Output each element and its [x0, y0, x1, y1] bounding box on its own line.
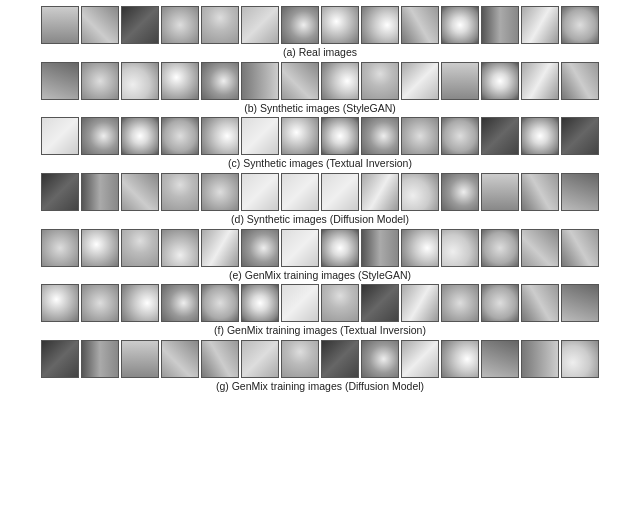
img-cell [241, 62, 279, 100]
image-row-a [41, 6, 599, 44]
img-cell [521, 62, 559, 100]
img-cell [201, 6, 239, 44]
img-cell [521, 6, 559, 44]
image-row-f [41, 284, 599, 322]
img-cell [521, 173, 559, 211]
img-cell [41, 117, 79, 155]
img-cell [361, 229, 399, 267]
img-cell [361, 62, 399, 100]
img-cell [561, 117, 599, 155]
img-cell [441, 117, 479, 155]
img-cell [281, 117, 319, 155]
img-cell [561, 173, 599, 211]
img-cell [321, 62, 359, 100]
img-cell [481, 229, 519, 267]
img-cell [161, 173, 199, 211]
img-cell [41, 284, 79, 322]
img-cell [121, 62, 159, 100]
img-cell [201, 173, 239, 211]
img-cell [121, 284, 159, 322]
img-cell [241, 117, 279, 155]
img-cell [281, 6, 319, 44]
img-cell [161, 284, 199, 322]
img-cell [201, 284, 239, 322]
img-cell [481, 173, 519, 211]
img-cell [521, 284, 559, 322]
img-cell [281, 284, 319, 322]
section-a: (a) Real images [4, 6, 636, 61]
img-cell [481, 284, 519, 322]
img-cell [321, 6, 359, 44]
img-cell [441, 340, 479, 378]
image-row-c [41, 117, 599, 155]
img-cell [41, 173, 79, 211]
img-cell [481, 340, 519, 378]
caption-g: (g) GenMix training images (Diffusion Mo… [216, 380, 424, 394]
img-cell [401, 340, 439, 378]
img-cell [401, 173, 439, 211]
img-cell [281, 229, 319, 267]
img-cell [81, 229, 119, 267]
img-cell [441, 62, 479, 100]
img-cell [521, 340, 559, 378]
img-cell [281, 173, 319, 211]
img-cell [481, 62, 519, 100]
img-cell [441, 284, 479, 322]
img-cell [361, 173, 399, 211]
caption-e: (e) GenMix training images (StyleGAN) [229, 269, 411, 283]
img-cell [41, 229, 79, 267]
img-cell [81, 62, 119, 100]
img-cell [561, 62, 599, 100]
image-row-g [41, 340, 599, 378]
img-cell [241, 173, 279, 211]
img-cell [361, 284, 399, 322]
caption-d: (d) Synthetic images (Diffusion Model) [231, 213, 409, 227]
img-cell [161, 62, 199, 100]
img-cell [561, 340, 599, 378]
img-cell [441, 229, 479, 267]
img-cell [201, 62, 239, 100]
img-cell [361, 117, 399, 155]
img-cell [321, 117, 359, 155]
img-cell [201, 117, 239, 155]
section-g: (g) GenMix training images (Diffusion Mo… [4, 340, 636, 395]
img-cell [281, 340, 319, 378]
caption-c: (c) Synthetic images (Textual Inversion) [228, 157, 412, 171]
img-cell [561, 229, 599, 267]
img-cell [241, 6, 279, 44]
image-row-d [41, 173, 599, 211]
section-c: (c) Synthetic images (Textual Inversion) [4, 117, 636, 172]
img-cell [121, 173, 159, 211]
img-cell [441, 173, 479, 211]
img-cell [521, 117, 559, 155]
img-cell [401, 229, 439, 267]
img-cell [201, 229, 239, 267]
img-cell [81, 340, 119, 378]
img-cell [361, 340, 399, 378]
img-cell [81, 117, 119, 155]
img-cell [321, 284, 359, 322]
img-cell [41, 6, 79, 44]
img-cell [121, 229, 159, 267]
img-cell [41, 340, 79, 378]
image-row-e [41, 229, 599, 267]
img-cell [81, 284, 119, 322]
page-container: (a) Real images (b) Synthetic images (St… [0, 0, 640, 532]
img-cell [561, 6, 599, 44]
img-cell [481, 6, 519, 44]
img-cell [121, 117, 159, 155]
img-cell [561, 284, 599, 322]
img-cell [81, 173, 119, 211]
img-cell [201, 340, 239, 378]
img-cell [401, 117, 439, 155]
section-e: (e) GenMix training images (StyleGAN) [4, 229, 636, 284]
img-cell [41, 62, 79, 100]
img-cell [441, 6, 479, 44]
img-cell [121, 340, 159, 378]
caption-a: (a) Real images [283, 46, 357, 60]
img-cell [121, 6, 159, 44]
section-f: (f) GenMix training images (Textual Inve… [4, 284, 636, 339]
img-cell [281, 62, 319, 100]
section-d: (d) Synthetic images (Diffusion Model) [4, 173, 636, 228]
img-cell [241, 229, 279, 267]
